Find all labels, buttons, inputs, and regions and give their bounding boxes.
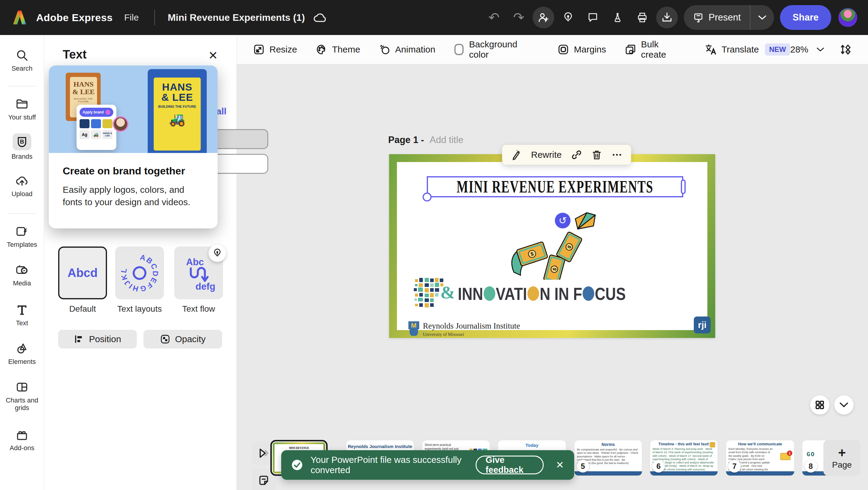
flask-icon bbox=[612, 11, 623, 24]
resize-button[interactable]: Resize bbox=[253, 44, 297, 55]
give-feedback-button[interactable]: Give feedback bbox=[475, 456, 544, 474]
tip-bulb-badge[interactable] bbox=[209, 244, 226, 262]
brand-swatch-blue bbox=[91, 119, 101, 128]
translate-button[interactable]: Translate NEW bbox=[705, 44, 790, 56]
adobe-express-logo-icon[interactable] bbox=[11, 10, 28, 25]
present-options-button[interactable] bbox=[750, 5, 774, 30]
sidebar-item-label: Brands bbox=[0, 153, 44, 160]
download-button[interactable] bbox=[656, 7, 678, 28]
present-button[interactable]: Present bbox=[684, 5, 750, 30]
sidebar-item-media[interactable]: Media bbox=[0, 263, 44, 287]
lightbulb-icon bbox=[562, 11, 574, 24]
selection-handle-corner[interactable] bbox=[423, 193, 432, 202]
default-style-glyph: Abcd bbox=[67, 266, 98, 280]
position-button[interactable]: Position bbox=[58, 330, 137, 348]
text-style-default-tile[interactable]: Abcd bbox=[58, 247, 107, 299]
slide-page-1[interactable]: MINI REVENUE EXPERIMENTS ↺ $ bbox=[389, 154, 715, 338]
poster-thumbnail-blue: HANS& LEE BUILDING THE FUTURE 🚜 bbox=[148, 69, 207, 153]
iif-seg2: VATI bbox=[496, 284, 527, 304]
redo-button[interactable]: ↷ bbox=[508, 7, 530, 28]
beta-labs-button[interactable] bbox=[607, 7, 628, 28]
suggestions-button[interactable] bbox=[557, 7, 579, 28]
money-arrow-illustration[interactable]: $ $ $ bbox=[508, 210, 601, 280]
collaborator-avatar bbox=[113, 116, 128, 132]
document-title[interactable]: Mini Revenue Experiments (1) bbox=[167, 12, 305, 23]
brand-promo-illustration: HANS& LEE BUILDING THE FUTURE HANS& LEE … bbox=[49, 65, 218, 153]
collapse-strip-button[interactable] bbox=[834, 395, 854, 414]
link-icon[interactable] bbox=[571, 149, 582, 161]
sidebar-item-search[interactable]: Search bbox=[0, 48, 44, 72]
sidebar-item-templates[interactable]: Templates bbox=[0, 225, 44, 248]
undo-button[interactable]: ↶ bbox=[483, 7, 505, 28]
comment-icon bbox=[587, 12, 598, 23]
iif-seg4: CUS bbox=[595, 284, 626, 304]
print-button[interactable] bbox=[631, 7, 653, 28]
flow-tile-label: Text flow bbox=[174, 304, 223, 314]
sidebar-item-add-ons[interactable]: Add-ons bbox=[0, 428, 44, 452]
background-color-button[interactable]: Background color bbox=[454, 39, 539, 60]
page-title-placeholder[interactable]: Add title bbox=[430, 135, 464, 145]
opacity-label: Opacity bbox=[175, 334, 206, 344]
context-toolbar: Rewrite bbox=[502, 145, 631, 165]
page-label-row: Page 1 - Add title bbox=[388, 135, 464, 145]
thumb-title: Reynolds Journalism Institute bbox=[346, 444, 414, 449]
margins-icon bbox=[558, 44, 569, 55]
comments-button[interactable] bbox=[582, 7, 604, 28]
sidebar-item-elements[interactable]: Elements bbox=[0, 342, 44, 365]
plus-icon: + bbox=[838, 446, 846, 460]
panel-title: Text bbox=[63, 48, 87, 61]
conversion-toast: Your PowerPoint file was successfully co… bbox=[281, 450, 574, 480]
text-layouts-tile[interactable]: ABCDEFGHIJKL bbox=[115, 247, 164, 299]
sidebar-item-charts-and-grids[interactable]: Charts and grids bbox=[0, 380, 44, 412]
iif-dot-teal bbox=[484, 286, 495, 301]
account-avatar[interactable] bbox=[838, 8, 857, 27]
sidebar-item-text[interactable]: Text bbox=[0, 303, 44, 327]
add-page-button[interactable]: + Page bbox=[824, 440, 861, 476]
sidebar-item-upload[interactable]: Upload bbox=[0, 174, 44, 198]
grid-view-button[interactable] bbox=[810, 395, 830, 414]
position-label: Position bbox=[89, 334, 121, 344]
app-name: Adobe Express bbox=[36, 12, 113, 24]
sidebar-item-label: Elements bbox=[0, 358, 44, 365]
invite-people-button[interactable] bbox=[532, 7, 554, 28]
delete-trash-icon[interactable] bbox=[591, 149, 602, 161]
excavator-illustration: 🚜 bbox=[154, 111, 201, 127]
success-check-icon bbox=[291, 458, 303, 472]
apply-brand-pill: Apply brand bbox=[80, 108, 113, 117]
sidebar-item-brands[interactable]: B Brands bbox=[0, 133, 44, 160]
toast-close-button[interactable]: ✕ bbox=[556, 459, 564, 471]
panel-close-button[interactable]: ✕ bbox=[207, 49, 220, 62]
rji-badge: rji bbox=[694, 317, 711, 334]
selection-handle-side[interactable] bbox=[681, 179, 686, 194]
layouts-tile-label: Text layouts bbox=[115, 304, 164, 314]
topbar-divider bbox=[154, 10, 155, 25]
theme-button[interactable]: Theme bbox=[316, 44, 360, 55]
upload-cloud-icon bbox=[15, 174, 29, 188]
file-menu[interactable]: File bbox=[121, 12, 142, 23]
share-button[interactable]: Share bbox=[780, 5, 831, 30]
sidebar-item-label: Charts and grids bbox=[0, 397, 44, 412]
svg-text:B: B bbox=[20, 139, 24, 145]
chevron-down-icon[interactable] bbox=[816, 47, 825, 52]
present-screen-icon bbox=[693, 12, 704, 23]
arrange-pages-icon[interactable] bbox=[840, 44, 852, 56]
sidebar-item-your-stuff[interactable]: Your stuff bbox=[0, 97, 44, 121]
rewrite-button[interactable]: Rewrite bbox=[531, 150, 562, 160]
sidebar-item-label: Add-ons bbox=[0, 444, 44, 452]
bulk-create-button[interactable]: Bulk create bbox=[625, 39, 686, 60]
animation-button[interactable]: Animation bbox=[379, 44, 435, 55]
thumb-number-8: 8 bbox=[804, 460, 817, 472]
footer-university: University of Missouri bbox=[423, 332, 520, 337]
margins-button[interactable]: Margins bbox=[558, 44, 606, 55]
innovation-in-focus-logo: & INN VATI N IN F CUS bbox=[414, 278, 658, 309]
toast-message: Your PowerPoint file was successfully co… bbox=[310, 455, 468, 475]
zoom-level[interactable]: 28% bbox=[790, 45, 808, 55]
selected-title-textbox[interactable]: MINI REVENUE EXPERIMENTS bbox=[427, 176, 683, 197]
theme-palette-icon bbox=[316, 44, 327, 55]
see-all-link-partial[interactable]: all bbox=[216, 106, 226, 116]
opacity-button[interactable]: Opacity bbox=[144, 330, 222, 348]
rewrite-magic-pen-icon bbox=[510, 149, 522, 161]
sidebar-item-label: Upload bbox=[0, 190, 44, 198]
folder-icon bbox=[15, 97, 29, 111]
more-options-icon[interactable] bbox=[611, 149, 623, 161]
